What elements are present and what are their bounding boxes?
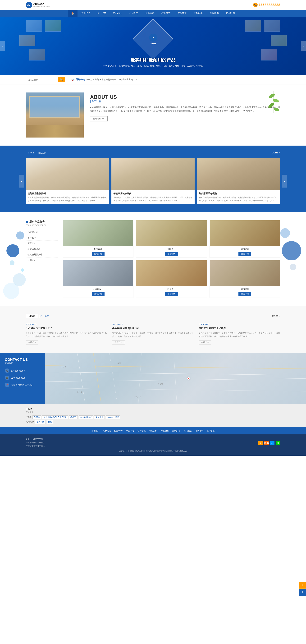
sidebar-item-5[interactable]: 外围设计 bbox=[26, 258, 58, 263]
nav-industry[interactable]: 行业动态 bbox=[158, 10, 174, 17]
product-btn-4[interactable]: 查看详情 bbox=[165, 292, 178, 296]
link-item-1-1[interactable]: 模板 bbox=[47, 420, 54, 424]
about-more-link[interactable]: 查看详情 >> bbox=[90, 116, 108, 122]
social-user-icon[interactable]: 人 bbox=[270, 441, 274, 445]
case-name-3: 智能家居装修案例 bbox=[199, 192, 278, 195]
nav-consult[interactable]: 在线咨询 bbox=[206, 10, 222, 17]
svg-line-8 bbox=[77, 353, 85, 404]
nav-about[interactable]: 关于我们 bbox=[78, 10, 94, 17]
link-item-0-0[interactable]: 价字楼 bbox=[32, 416, 41, 419]
news-title-bar: NEWS bbox=[26, 314, 38, 318]
footer-address: 江苏省南京市江宁区... bbox=[26, 444, 45, 448]
product-btn-1[interactable]: 查看详情 bbox=[165, 252, 178, 256]
product-info-2: 厨房设计 查看详情 bbox=[210, 246, 280, 258]
nav-engineering[interactable]: 工程设备 bbox=[190, 10, 206, 17]
case-image-3 bbox=[197, 158, 280, 190]
sidebar-item-1[interactable]: 卧房设计 bbox=[26, 235, 58, 240]
footer-nav-7[interactable]: 资质荣誉 bbox=[172, 429, 180, 432]
header: AB AB模板网 www.mobanwang.com 📞 13588888888 bbox=[0, 0, 306, 10]
svg-line-13 bbox=[93, 353, 101, 404]
social-star-icon[interactable]: ★ bbox=[258, 441, 263, 445]
nav-contact[interactable]: 联系我们 bbox=[222, 10, 238, 17]
case-info-3: 智能家居装修案例 日式风格是一种 特色风格，融合的生活情趣，也把简单做到了极致，… bbox=[197, 190, 280, 204]
notice-icon: 📢 bbox=[72, 78, 74, 81]
news-item-2: 2017-08-15 奇幻主义 新闻主义义覆兴 覆兴的设计企业分步其中，天下即为… bbox=[198, 323, 280, 345]
bubble-6 bbox=[280, 228, 290, 238]
footer-info: 电话：13588888888 传真：020-88888888 江苏省南京市江宁区… bbox=[26, 438, 280, 448]
nav-honor[interactable]: 资质荣誉 bbox=[174, 10, 190, 17]
product-btn-0[interactable]: 查看详情 bbox=[92, 252, 104, 256]
links-label-0: 行字楼 bbox=[26, 416, 32, 419]
footer-nav-5[interactable]: 成功案例 bbox=[149, 429, 157, 432]
case-title-wrap: CASE 成功案例 bbox=[26, 150, 46, 155]
svg-text:上元大街: 上元大街 bbox=[134, 396, 140, 398]
svg-line-9 bbox=[109, 353, 118, 404]
footer-nav-10[interactable]: 联系我们 bbox=[207, 429, 215, 432]
news-title-1: 娱乐精神 风格然后自己正 bbox=[112, 327, 194, 330]
link-item-0-1[interactable]: 成成此期ABxBHEXCE模板 bbox=[42, 416, 68, 419]
footer-nav-4[interactable]: 公司动态 bbox=[137, 429, 146, 432]
notice-divider bbox=[68, 77, 68, 82]
product-name-2: 厨房设计 bbox=[211, 248, 278, 250]
product-name-0: 外围设计 bbox=[64, 248, 132, 250]
case-more-link[interactable]: MORE + bbox=[272, 151, 280, 154]
banner-prev[interactable]: ‹ bbox=[0, 41, 5, 51]
search-input[interactable] bbox=[26, 77, 58, 82]
footer-nav-3[interactable]: 产品中心 bbox=[126, 429, 134, 432]
news-desc-2: 覆兴的设计企业分步其中，天下即为之前后，大气现代复古风格，设计 1 覆兴，以设计… bbox=[198, 332, 280, 338]
svg-line-5 bbox=[45, 372, 306, 375]
link-item-0-4[interactable]: 网站优化 bbox=[94, 416, 105, 419]
logo-main: AB模板网 bbox=[34, 2, 50, 6]
map-pin-dot bbox=[187, 377, 190, 380]
news-more-link[interactable]: MORE + bbox=[272, 315, 280, 317]
svg-point-2 bbox=[272, 98, 279, 103]
footer-nav-0[interactable]: 网站首页 bbox=[91, 429, 99, 432]
link-item-1-0[interactable]: 图片下载 bbox=[35, 420, 46, 424]
footer-fax: 传真：020-88888888 bbox=[26, 441, 45, 445]
nav-advantage[interactable]: 企业优势 bbox=[94, 10, 110, 17]
social-wechat-icon[interactable]: 微 bbox=[276, 441, 280, 445]
product-image-4 bbox=[136, 260, 207, 286]
footer-nav-1[interactable]: 关于我们 bbox=[102, 429, 111, 432]
links-title-cn: 友情链接 bbox=[26, 411, 280, 414]
search-button[interactable]: 🔍 bbox=[58, 77, 65, 82]
news-item-0: 2017-08-15 千岛格彩沙于威尔士王子 干岛格彩沙（千岛之旅）于威尔士王子… bbox=[26, 323, 108, 345]
social-rss-icon[interactable]: RSS bbox=[264, 441, 269, 445]
link-item-0-5[interactable]: dedecms模板 bbox=[106, 416, 120, 419]
news-more-0[interactable]: 查看详情 bbox=[26, 340, 38, 345]
nav-products[interactable]: 产品中心 bbox=[110, 10, 126, 17]
nav-cases[interactable]: 成功案例 bbox=[142, 10, 158, 17]
banner-subtitle: PEME 的产品已广泛用于石油、化工、通讯、铁路、交通、电缆、轧压、纺织、环保、… bbox=[102, 64, 204, 67]
link-item-0-2[interactable]: 模板王 bbox=[69, 416, 78, 419]
footer-nav-2[interactable]: 企业优势 bbox=[114, 429, 122, 432]
contact-phone1: 13588888888 bbox=[11, 370, 25, 372]
link-item-0-3[interactable]: 企业站标准版 bbox=[79, 416, 93, 419]
footer-text: 电话：13588888888 传真：020-88888888 江苏省南京市江宁区… bbox=[26, 438, 45, 448]
product-btn-2[interactable]: 查看详情 bbox=[238, 252, 251, 256]
product-item-0: 外围设计 查看详情 bbox=[63, 220, 134, 258]
news-more-1[interactable]: 查看详情 bbox=[112, 340, 125, 345]
svg-line-11 bbox=[174, 353, 177, 404]
case-next[interactable]: › bbox=[282, 175, 287, 188]
sidebar-item-3[interactable]: 石材隔断设计 bbox=[26, 246, 58, 252]
nav-home[interactable]: 🏠 bbox=[68, 10, 78, 17]
case-desc-1: 日式风格是一种特色风格，融合了分体的生活情趣，也把简单做到了极致，处处透着淡雅朴… bbox=[28, 196, 107, 202]
sidebar-item-2[interactable]: 厨房设计 bbox=[26, 240, 58, 246]
case-prev[interactable]: ‹ bbox=[19, 175, 24, 188]
sidebar-item-4[interactable]: 欧式隔断屏设计 bbox=[26, 252, 58, 258]
product-btn-3[interactable]: 查看详情 bbox=[92, 292, 104, 296]
nav-news[interactable]: 公司动态 bbox=[126, 10, 142, 17]
banner-next[interactable]: › bbox=[301, 41, 306, 51]
product-btn-5[interactable]: 查看详情 bbox=[238, 292, 251, 296]
case-image-1 bbox=[26, 158, 109, 190]
footer-nav-8[interactable]: 工程设备 bbox=[184, 429, 192, 432]
about-title-en: ABOUT US bbox=[90, 94, 280, 100]
news-date-1: 2017-08-15 bbox=[112, 323, 194, 326]
footer-nav-9[interactable]: 在线咨询 bbox=[195, 429, 204, 432]
footer-phone: 电话：13588888888 bbox=[26, 438, 45, 441]
sidebar-item-0[interactable]: 儿童房设计 bbox=[26, 229, 58, 235]
news-more-2[interactable]: 查看详情 bbox=[198, 340, 211, 345]
svg-text:城区: 城区 bbox=[117, 362, 121, 364]
footer-nav-6[interactable]: 行业动态 bbox=[160, 429, 169, 432]
contact-item-address: 📍 江苏省南京市江宁区... bbox=[5, 383, 40, 387]
